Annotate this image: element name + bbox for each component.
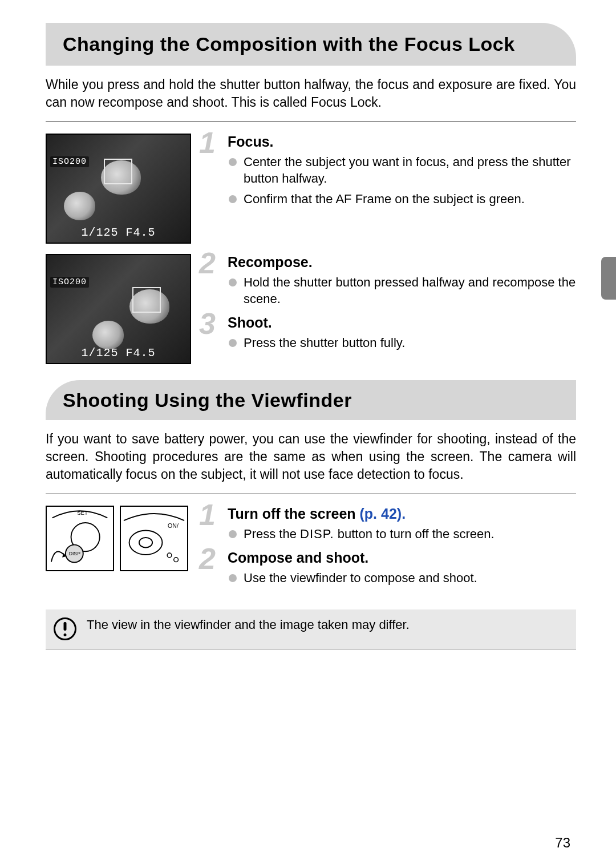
step-title: Focus. (228, 134, 576, 150)
step-bullet: Press the DISP. button to turn off the s… (228, 526, 576, 543)
photo-recomposed: ISO200 1/125 F4.5 (46, 254, 191, 364)
step-bullet: Center the subject you want in focus, an… (228, 154, 576, 187)
divider-rule (46, 122, 576, 122)
step-number: 2 (199, 542, 216, 576)
iso-badge: ISO200 (50, 277, 89, 288)
step-bullet: Press the shutter button fully. (228, 334, 576, 352)
step-bullet: Confirm that the AF Frame on the subject… (228, 191, 576, 208)
disp-button-label: DISP. (300, 527, 334, 541)
caution-text: The view in the viewfinder and the image… (87, 616, 410, 633)
step-turn-off-screen: 1 Turn off the screen (p. 42). Press the… (202, 506, 576, 543)
svg-point-5 (174, 558, 179, 562)
photo-focus-center: ISO200 1/125 F4.5 (46, 134, 191, 244)
step-bullet: Hold the shutter button pressed halfway … (228, 274, 576, 308)
step-bullet: Use the viewfinder to compose and shoot. (228, 570, 576, 587)
edge-tab (601, 257, 616, 300)
step-title: Compose and shoot. (228, 550, 576, 566)
iso-badge: ISO200 (50, 156, 89, 167)
section1-heading: Changing the Composition with the Focus … (63, 32, 559, 56)
section2-heading: Shooting Using the Viewfinder (63, 388, 559, 413)
bullet-post: button to turn off the screen. (334, 527, 495, 541)
text-column-2: 2 Recompose. Hold the shutter button pre… (202, 254, 576, 358)
step-number: 1 (199, 498, 216, 532)
disp-tiny: DISP (69, 551, 80, 556)
step-bullets: Press the DISP. button to turn off the s… (228, 526, 576, 543)
step-compose-shoot: 2 Compose and shoot. Use the viewfinder … (202, 550, 576, 587)
diagram-column: SET DISP ON/ (46, 506, 191, 571)
camera-back-diagram: SET DISP (46, 506, 114, 571)
camera-side-svg: ON/ (121, 507, 187, 570)
step-title: Recompose. (228, 254, 576, 271)
step-number: 3 (199, 306, 216, 341)
rose-shape (64, 192, 95, 220)
step-shoot: 3 Shoot. Press the shutter button fully. (202, 314, 576, 352)
set-label: SET (77, 510, 88, 516)
camera-back-svg: SET DISP (47, 507, 113, 570)
step-number: 1 (199, 126, 216, 160)
caution-icon (54, 617, 76, 640)
svg-point-2 (129, 531, 163, 555)
thumb-column-1: ISO200 1/125 F4.5 (46, 134, 191, 244)
step-title: Turn off the screen (p. 42). (228, 506, 576, 522)
rose-shape (92, 321, 124, 349)
divider-rule (46, 494, 576, 494)
svg-point-3 (139, 538, 152, 547)
caution-note: The view in the viewfinder and the image… (46, 609, 576, 650)
bullet-pre: Press the (244, 527, 300, 541)
step-number: 2 (199, 246, 216, 280)
section1-row2: ISO200 1/125 F4.5 2 Recompose. Hold the … (46, 254, 576, 364)
page-reference: (p. 42). (360, 506, 406, 522)
thumb-column-2: ISO200 1/125 F4.5 (46, 254, 191, 364)
diagram-row: SET DISP ON/ (46, 506, 188, 571)
section2-intro: If you want to save battery power, you c… (46, 430, 576, 483)
section1-intro: While you press and hold the shutter but… (46, 76, 576, 111)
exposure-readout: 1/125 F4.5 (47, 346, 190, 360)
text-column-s2: 1 Turn off the screen (p. 42). Press the… (202, 506, 576, 593)
step-bullets: Press the shutter button fully. (228, 334, 576, 352)
section2-heading-bar: Shooting Using the Viewfinder (46, 380, 576, 421)
af-frame (104, 159, 132, 184)
text-column-1: 1 Focus. Center the subject you want in … (202, 134, 576, 215)
on-label: ON/ (168, 522, 179, 529)
step-title: Shoot. (228, 314, 576, 331)
section2-steps: SET DISP ON/ (46, 506, 576, 593)
step-recompose: 2 Recompose. Hold the shutter button pre… (202, 254, 576, 308)
af-frame (132, 287, 161, 313)
exposure-readout: 1/125 F4.5 (47, 226, 190, 239)
section2-row1: SET DISP ON/ (46, 506, 576, 593)
section1-heading-bar: Changing the Composition with the Focus … (46, 23, 576, 66)
step-title-text: Turn off the screen (228, 506, 360, 522)
step-bullets: Center the subject you want in focus, an… (228, 154, 576, 208)
step-bullets: Use the viewfinder to compose and shoot. (228, 570, 576, 587)
step-focus: 1 Focus. Center the subject you want in … (202, 134, 576, 208)
step-bullets: Hold the shutter button pressed halfway … (228, 274, 576, 308)
page-number: 73 (555, 835, 570, 851)
manual-page: Changing the Composition with the Focus … (0, 0, 616, 868)
svg-point-4 (167, 553, 172, 558)
section1-steps: ISO200 1/125 F4.5 1 Focus. Center the su… (46, 134, 576, 364)
section1-row1: ISO200 1/125 F4.5 1 Focus. Center the su… (46, 134, 576, 244)
camera-side-diagram: ON/ (120, 506, 188, 571)
